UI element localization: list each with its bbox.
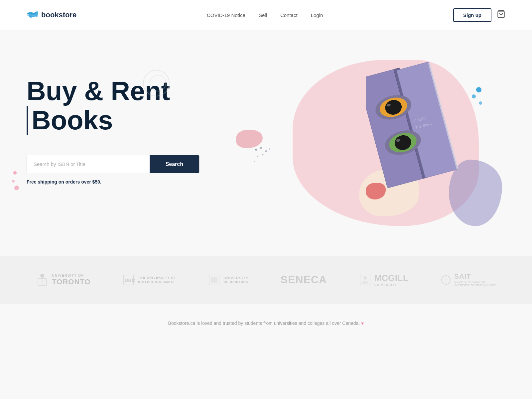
footer: Bookstore.ca is loved and trusted by stu… (0, 304, 532, 342)
svg-point-7 (255, 149, 257, 151)
sait-name: SAIT (455, 273, 496, 280)
svg-point-4 (476, 87, 481, 92)
ubc-sub: THE UNIVERSITY OFBRITISH COLUMBIA (138, 276, 176, 284)
toronto-name: TORONTO (52, 278, 90, 286)
nav-sell[interactable]: Sell (259, 12, 267, 18)
nav-links: COVID-19 Notice Sell Contact Login (207, 12, 323, 18)
logo[interactable]: bookstore (27, 10, 76, 20)
cart-icon[interactable] (497, 10, 505, 20)
nav-covid[interactable]: COVID-19 Notice (207, 12, 245, 18)
svg-point-5 (472, 94, 476, 98)
signup-button[interactable]: Sign up (453, 8, 491, 22)
footer-text: Bookstore.ca is loved and trusted by stu… (27, 321, 505, 326)
nav-contact[interactable]: Contact (280, 12, 298, 18)
blob-pink-small (236, 130, 263, 148)
partner-seneca: Seneca (281, 274, 327, 286)
svg-rect-30 (39, 278, 46, 279)
partner-manitoba: UNIVERSITY OF MANITOBA (208, 274, 248, 286)
partner-ubc: UBC THE UNIVERSITY OFBRITISH COLUMBIA (123, 274, 176, 286)
nav-actions: Sign up (453, 8, 505, 22)
navigation: bookstore COVID-19 Notice Sell Contact L… (0, 0, 532, 30)
logo-text: bookstore (41, 11, 76, 19)
svg-point-29 (40, 274, 44, 278)
search-bar: Search (27, 155, 200, 173)
svg-point-11 (262, 154, 264, 156)
search-input[interactable] (27, 155, 150, 173)
svg-text:UBC: UBC (125, 278, 135, 283)
partners-section: UNIVERSITY OF TORONTO UBC THE UNIVERSITY… (0, 256, 532, 304)
partner-sait: SAIT Southern AlbertaInstitute of Techno… (441, 273, 496, 287)
svg-point-10 (257, 156, 258, 157)
seneca-name: Seneca (281, 274, 327, 286)
manitoba-sub: UNIVERSITY (223, 276, 248, 280)
svg-point-38 (363, 276, 367, 280)
svg-point-6 (479, 101, 482, 105)
svg-point-2 (12, 180, 15, 183)
dot-scatter-decor (253, 146, 279, 168)
footer-message: Bookstore.ca is loved and trusted by stu… (168, 321, 360, 326)
nav-login[interactable]: Login (311, 12, 323, 18)
hero-title-line2: Books (27, 106, 226, 135)
hero-illustration: F. Kafka The Sen... (226, 50, 505, 243)
mcgill-name: McGill (374, 273, 409, 283)
logo-icon (27, 10, 39, 20)
mcgill-sub: UNIVERSITY (374, 283, 409, 287)
svg-point-13 (269, 148, 270, 150)
svg-rect-36 (211, 277, 217, 283)
dots-left-decor (10, 170, 27, 198)
svg-rect-39 (362, 281, 368, 284)
toronto-sub: UNIVERSITY OF (52, 273, 90, 278)
svg-point-1 (13, 171, 17, 175)
svg-point-8 (260, 147, 262, 149)
search-button[interactable]: Search (150, 155, 199, 173)
book-illustration: F. Kafka The Sen... (366, 57, 459, 196)
sait-sub: Southern AlbertaInstitute of Technology (455, 280, 496, 287)
footer-heart: ♥ (361, 321, 364, 326)
hero-content: Buy & Rent Books Search Free shipping on… (27, 50, 226, 243)
shipping-note: Free shipping on orders over $50. (27, 179, 226, 185)
circle-decor-2 (150, 75, 166, 91)
svg-point-9 (265, 150, 267, 152)
svg-point-12 (254, 161, 255, 162)
svg-point-3 (14, 186, 19, 190)
partner-mcgill: McGill UNIVERSITY (359, 273, 409, 287)
manitoba-name: OF MANITOBA (223, 280, 248, 284)
partner-toronto: UNIVERSITY OF TORONTO (36, 273, 90, 287)
blue-dots-decor (462, 86, 485, 114)
hero-section: Buy & Rent Books Search Free shipping on… (0, 30, 532, 256)
hero-title: Buy & Rent Books (27, 76, 226, 135)
